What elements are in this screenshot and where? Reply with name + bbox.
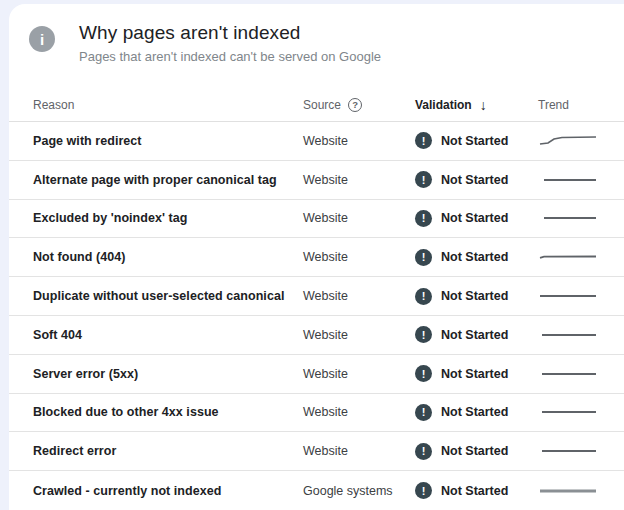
page-subtitle: Pages that aren't indexed can't be serve…	[79, 49, 381, 64]
trend-sparkline-chart	[538, 443, 600, 459]
source-cell: Website	[303, 173, 415, 187]
trend-sparkline-chart	[538, 404, 600, 420]
source-cell: Website	[303, 444, 415, 458]
error-exclamation-icon: !	[415, 132, 432, 149]
source-cell: Website	[303, 405, 415, 419]
help-icon[interactable]: ?	[348, 98, 362, 112]
table-row[interactable]: Excluded by 'noindex' tag Website ! Not …	[9, 200, 624, 239]
table-body: Page with redirect Website ! Not Started…	[9, 122, 624, 510]
table-row[interactable]: Crawled - currently not indexed Google s…	[9, 471, 624, 510]
source-cell: Website	[303, 211, 415, 225]
table-header-row: Reason Source ? Validation ↓ Trend	[9, 88, 624, 122]
validation-status-label: Not Started	[441, 367, 508, 381]
reason-cell: Blocked due to other 4xx issue	[9, 405, 303, 419]
reason-cell: Not found (404)	[9, 250, 303, 264]
validation-cell: ! Not Started	[415, 288, 535, 305]
validation-cell: ! Not Started	[415, 326, 535, 343]
header-text: Why pages aren't indexed Pages that aren…	[79, 22, 381, 64]
report-header: i Why pages aren't indexed Pages that ar…	[9, 4, 624, 88]
validation-status-label: Not Started	[441, 134, 508, 148]
reason-cell: Excluded by 'noindex' tag	[9, 211, 303, 225]
trend-cell	[535, 288, 624, 304]
source-cell: Website	[303, 250, 415, 264]
validation-cell: ! Not Started	[415, 249, 535, 266]
source-cell: Website	[303, 328, 415, 342]
reason-cell: Server error (5xx)	[9, 367, 303, 381]
trend-cell	[535, 249, 624, 265]
source-cell: Google systems	[303, 484, 415, 498]
trend-sparkline-chart	[538, 133, 600, 149]
validation-cell: ! Not Started	[415, 404, 535, 421]
column-header-validation-label: Validation	[415, 98, 472, 112]
validation-status-label: Not Started	[441, 484, 508, 498]
reason-cell: Soft 404	[9, 328, 303, 342]
reason-cell: Duplicate without user-selected canonica…	[9, 289, 303, 303]
trend-cell	[535, 327, 624, 343]
error-exclamation-icon: !	[415, 443, 432, 460]
trend-sparkline-chart	[538, 288, 600, 304]
validation-status-label: Not Started	[441, 289, 508, 303]
validation-cell: ! Not Started	[415, 365, 535, 382]
table-row[interactable]: Soft 404 Website ! Not Started	[9, 316, 624, 355]
table-row[interactable]: Blocked due to other 4xx issue Website !…	[9, 394, 624, 433]
error-exclamation-icon: !	[415, 171, 432, 188]
trend-sparkline-chart	[538, 172, 600, 188]
reason-cell: Redirect error	[9, 444, 303, 458]
table-row[interactable]: Server error (5xx) Website ! Not Started	[9, 355, 624, 394]
validation-status-label: Not Started	[441, 211, 508, 225]
reason-cell: Alternate page with proper canonical tag	[9, 173, 303, 187]
validation-cell: ! Not Started	[415, 210, 535, 227]
trend-cell	[535, 443, 624, 459]
trend-sparkline-chart	[538, 483, 600, 499]
table-row[interactable]: Page with redirect Website ! Not Started	[9, 122, 624, 161]
trend-cell	[535, 172, 624, 188]
error-exclamation-icon: !	[415, 210, 432, 227]
trend-cell	[535, 133, 624, 149]
trend-sparkline-chart	[538, 366, 600, 382]
column-header-reason[interactable]: Reason	[9, 98, 303, 112]
error-exclamation-icon: !	[415, 404, 432, 421]
trend-cell	[535, 366, 624, 382]
validation-cell: ! Not Started	[415, 443, 535, 460]
page-title: Why pages aren't indexed	[79, 22, 381, 44]
table-row[interactable]: Redirect error Website ! Not Started	[9, 432, 624, 471]
report-card: i Why pages aren't indexed Pages that ar…	[9, 4, 624, 510]
table-row[interactable]: Duplicate without user-selected canonica…	[9, 277, 624, 316]
reason-cell: Crawled - currently not indexed	[9, 484, 303, 498]
validation-status-label: Not Started	[441, 405, 508, 419]
error-exclamation-icon: !	[415, 482, 432, 499]
reason-cell: Page with redirect	[9, 134, 303, 148]
table-row[interactable]: Not found (404) Website ! Not Started	[9, 238, 624, 277]
column-header-source-label: Source	[303, 98, 341, 112]
error-exclamation-icon: !	[415, 326, 432, 343]
column-header-trend: Trend	[535, 98, 624, 112]
error-exclamation-icon: !	[415, 365, 432, 382]
trend-sparkline-chart	[538, 249, 600, 265]
source-cell: Website	[303, 289, 415, 303]
source-cell: Website	[303, 134, 415, 148]
validation-status-label: Not Started	[441, 250, 508, 264]
trend-cell	[535, 483, 624, 499]
error-exclamation-icon: !	[415, 249, 432, 266]
trend-sparkline-chart	[538, 210, 600, 226]
validation-status-label: Not Started	[441, 328, 508, 342]
trend-sparkline-chart	[538, 327, 600, 343]
trend-cell	[535, 210, 624, 226]
validation-status-label: Not Started	[441, 173, 508, 187]
validation-cell: ! Not Started	[415, 482, 535, 499]
column-header-source[interactable]: Source ?	[303, 98, 415, 112]
error-exclamation-icon: !	[415, 288, 432, 305]
validation-cell: ! Not Started	[415, 132, 535, 149]
sort-descending-icon: ↓	[480, 97, 487, 113]
info-icon: i	[29, 26, 55, 52]
validation-cell: ! Not Started	[415, 171, 535, 188]
source-cell: Website	[303, 367, 415, 381]
validation-status-label: Not Started	[441, 444, 508, 458]
column-header-validation[interactable]: Validation ↓	[415, 97, 535, 113]
table-row[interactable]: Alternate page with proper canonical tag…	[9, 161, 624, 200]
trend-cell	[535, 404, 624, 420]
